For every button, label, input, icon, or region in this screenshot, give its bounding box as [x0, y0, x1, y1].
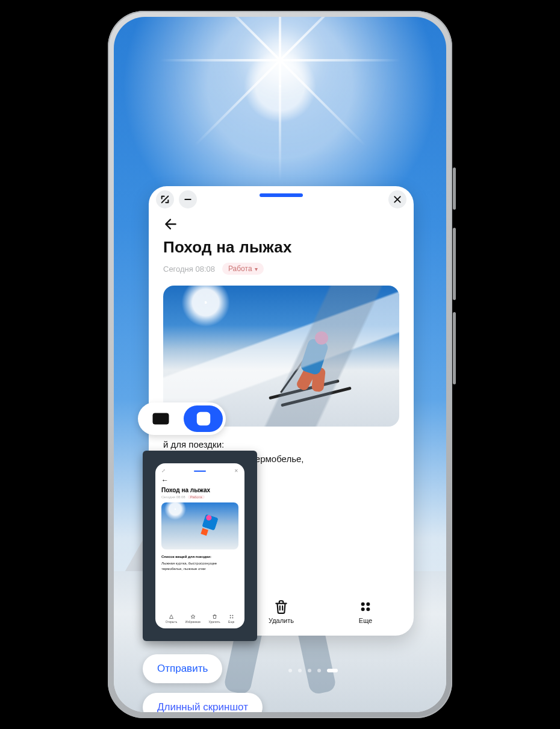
more-icon — [358, 599, 373, 615]
note-body-line: й для поездки: — [163, 437, 399, 452]
thumb-close-icon: ✕ — [234, 468, 238, 474]
trash-icon — [273, 599, 289, 615]
svg-point-13 — [232, 618, 232, 618]
thumb-image — [161, 502, 238, 549]
svg-point-12 — [230, 618, 231, 618]
thumb-text-body: Лыжная куртка, быстросохнущее термобелье… — [161, 561, 238, 572]
thumb-tag: Работа — [188, 495, 205, 499]
skier-illustration — [286, 328, 358, 400]
delete-button[interactable]: Удалить — [255, 599, 308, 624]
note-tag-chip[interactable]: Работа — [222, 263, 264, 275]
long-screenshot-button[interactable]: Длинный скриншот — [143, 693, 263, 712]
trash-icon — [212, 614, 217, 619]
svg-point-4 — [367, 608, 369, 610]
thumb-text-heading: Список вещей для поездки: — [161, 554, 238, 560]
volume-down-button — [453, 312, 456, 384]
thumb-date: Сегодня 08:08 — [161, 495, 185, 499]
phone-screen: Поход на лыжах Сегодня 08:08 Работа й дл… — [114, 17, 446, 712]
thumb-more-button: Еще — [228, 614, 234, 624]
drag-handle[interactable] — [260, 193, 303, 197]
svg-point-10 — [230, 615, 231, 616]
screenshot-thumbnail-frame[interactable]: ⤢ ✕ ← Поход на лыжах Сегодня 08:08 Работ… — [143, 451, 257, 641]
more-icon — [229, 614, 234, 619]
thumb-actions: Открыть Избранное Удалить Еще — [161, 610, 238, 624]
side-button — [453, 167, 456, 210]
thumb-drag-handle — [194, 471, 206, 472]
floating-window-titlebar[interactable] — [149, 186, 414, 213]
page-indicator — [288, 669, 338, 672]
volume-up-button — [453, 228, 456, 300]
svg-point-1 — [362, 603, 364, 605]
svg-point-2 — [367, 603, 369, 605]
action-label: Удалить — [269, 617, 294, 624]
close-icon[interactable] — [388, 190, 406, 208]
send-button[interactable]: Отправить — [143, 654, 222, 683]
expand-icon[interactable] — [156, 190, 174, 208]
more-button[interactable]: Еще — [339, 599, 392, 624]
star-icon — [190, 614, 196, 619]
fullscreen-view-button[interactable] — [141, 405, 180, 432]
svg-rect-9 — [204, 414, 208, 419]
note-date: Сегодня 08:08 — [163, 264, 215, 274]
thumb-title: Поход на лыжах — [161, 487, 238, 493]
thumb-back-icon: ← — [161, 476, 238, 484]
svg-point-11 — [232, 615, 232, 616]
thumb-open-button: Открыть — [166, 614, 178, 624]
note-title: Поход на лыжах — [163, 238, 399, 257]
view-mode-toggle — [138, 402, 226, 435]
back-icon[interactable] — [163, 216, 179, 234]
phone-frame: Поход на лыжах Сегодня 08:08 Работа й дл… — [108, 11, 452, 718]
svg-point-3 — [362, 608, 364, 610]
action-label: Еще — [359, 617, 372, 624]
minimize-icon[interactable] — [179, 190, 197, 208]
thumb-expand-icon: ⤢ — [161, 468, 166, 474]
thumb-favorite-button: Избранное — [185, 614, 201, 624]
svg-rect-7 — [154, 415, 167, 423]
floating-view-button[interactable] — [184, 405, 223, 432]
open-icon — [169, 614, 174, 619]
screenshot-thumbnail: ⤢ ✕ ← Поход на лыжах Сегодня 08:08 Работ… — [155, 463, 244, 628]
thumb-delete-button: Удалить — [209, 614, 220, 624]
